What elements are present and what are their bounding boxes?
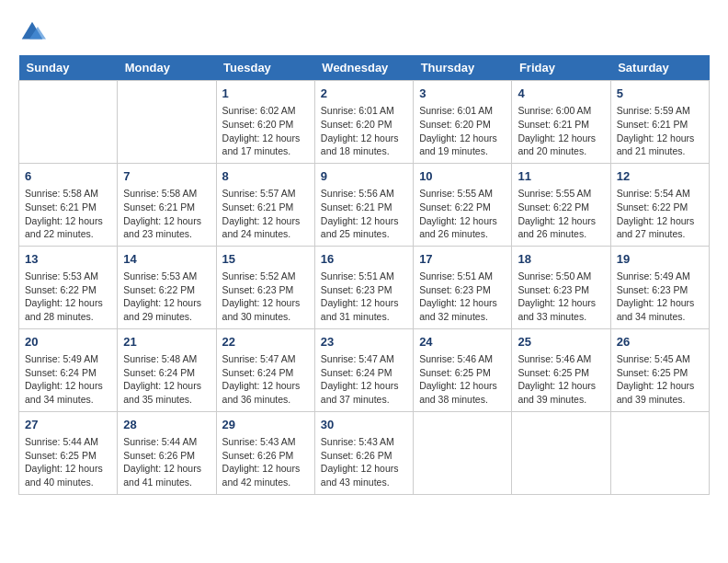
date-number: 23: [321, 334, 407, 350]
date-number: 14: [123, 251, 210, 268]
daylight-text: Daylight: 12 hours and 26 minutes.: [419, 214, 506, 241]
calendar-cell: 28Sunrise: 5:44 AMSunset: 6:26 PMDayligh…: [118, 411, 216, 494]
calendar-cell: 17Sunrise: 5:51 AMSunset: 6:23 PMDayligh…: [414, 246, 512, 328]
sunrise-text: Sunrise: 6:00 AM: [518, 104, 604, 118]
date-number: 27: [25, 417, 111, 433]
sunset-text: Sunset: 6:26 PM: [123, 449, 210, 463]
daylight-text: Daylight: 12 hours and 33 minutes.: [518, 296, 604, 323]
week-row-2: 6Sunrise: 5:58 AMSunset: 6:21 PMDaylight…: [19, 163, 710, 246]
sunrise-text: Sunrise: 5:43 AM: [222, 435, 309, 449]
date-number: 17: [419, 251, 506, 268]
daylight-text: Daylight: 12 hours and 17 minutes.: [222, 132, 309, 158]
calendar-cell: 9Sunrise: 5:56 AMSunset: 6:21 PMDaylight…: [314, 163, 413, 246]
sunrise-text: Sunrise: 5:48 AM: [123, 352, 210, 366]
sunrise-text: Sunrise: 5:47 AM: [222, 352, 309, 366]
days-header-row: SundayMondayTuesdayWednesdayThursdayFrid…: [19, 55, 710, 81]
sunrise-text: Sunrise: 6:02 AM: [222, 104, 309, 118]
date-number: 11: [518, 168, 604, 185]
date-number: 28: [123, 417, 210, 433]
calendar-cell: 6Sunrise: 5:58 AMSunset: 6:21 PMDaylight…: [19, 163, 118, 246]
daylight-text: Daylight: 12 hours and 34 minutes.: [25, 379, 111, 406]
calendar-cell: 8Sunrise: 5:57 AMSunset: 6:21 PMDaylight…: [216, 163, 314, 246]
sunrise-text: Sunrise: 5:53 AM: [123, 270, 210, 283]
daylight-text: Daylight: 12 hours and 37 minutes.: [321, 379, 407, 406]
calendar-cell: 22Sunrise: 5:47 AMSunset: 6:24 PMDayligh…: [216, 328, 314, 411]
sunset-text: Sunset: 6:23 PM: [419, 283, 506, 297]
logo-icon: [18, 18, 46, 46]
week-row-4: 20Sunrise: 5:49 AMSunset: 6:24 PMDayligh…: [19, 328, 710, 411]
date-number: 8: [222, 168, 309, 185]
sunrise-text: Sunrise: 6:01 AM: [321, 104, 407, 118]
sunset-text: Sunset: 6:25 PM: [617, 366, 703, 380]
sunset-text: Sunset: 6:21 PM: [518, 118, 604, 132]
calendar-cell: 4Sunrise: 6:00 AMSunset: 6:21 PMDaylight…: [512, 81, 610, 164]
date-number: 22: [222, 334, 309, 350]
date-number: 24: [419, 334, 506, 350]
calendar-cell: 2Sunrise: 6:01 AMSunset: 6:20 PMDaylight…: [314, 81, 413, 164]
calendar-cell: 16Sunrise: 5:51 AMSunset: 6:23 PMDayligh…: [314, 246, 413, 328]
calendar-cell: 29Sunrise: 5:43 AMSunset: 6:26 PMDayligh…: [216, 411, 314, 494]
page-header: [18, 18, 710, 46]
daylight-text: Daylight: 12 hours and 24 minutes.: [222, 214, 309, 241]
daylight-text: Daylight: 12 hours and 31 minutes.: [321, 296, 407, 323]
daylight-text: Daylight: 12 hours and 38 minutes.: [419, 379, 506, 406]
week-row-1: 1Sunrise: 6:02 AMSunset: 6:20 PMDaylight…: [19, 81, 710, 164]
calendar-cell: [118, 81, 216, 164]
date-number: 20: [25, 334, 111, 350]
daylight-text: Daylight: 12 hours and 41 minutes.: [123, 462, 210, 488]
calendar-cell: [512, 411, 610, 494]
sunset-text: Sunset: 6:26 PM: [222, 449, 309, 463]
date-number: 19: [617, 251, 703, 268]
calendar-cell: 23Sunrise: 5:47 AMSunset: 6:24 PMDayligh…: [314, 328, 413, 411]
sunset-text: Sunset: 6:24 PM: [25, 366, 111, 380]
calendar-cell: 26Sunrise: 5:45 AMSunset: 6:25 PMDayligh…: [610, 328, 709, 411]
calendar-table: SundayMondayTuesdayWednesdayThursdayFrid…: [18, 55, 710, 495]
sunrise-text: Sunrise: 5:51 AM: [321, 270, 407, 283]
day-header-monday: Monday: [118, 55, 216, 81]
sunrise-text: Sunrise: 5:59 AM: [617, 104, 703, 118]
sunrise-text: Sunrise: 5:49 AM: [25, 352, 111, 366]
sunset-text: Sunset: 6:21 PM: [617, 118, 703, 132]
date-number: 26: [617, 334, 703, 350]
daylight-text: Daylight: 12 hours and 27 minutes.: [617, 214, 703, 241]
daylight-text: Daylight: 12 hours and 25 minutes.: [321, 214, 407, 241]
day-header-saturday: Saturday: [610, 55, 709, 81]
calendar-cell: 18Sunrise: 5:50 AMSunset: 6:23 PMDayligh…: [512, 246, 610, 328]
sunrise-text: Sunrise: 5:46 AM: [419, 352, 506, 366]
calendar-cell: [610, 411, 709, 494]
sunset-text: Sunset: 6:23 PM: [321, 283, 407, 297]
sunset-text: Sunset: 6:24 PM: [222, 366, 309, 380]
daylight-text: Daylight: 12 hours and 28 minutes.: [25, 296, 111, 323]
week-row-5: 27Sunrise: 5:44 AMSunset: 6:25 PMDayligh…: [19, 411, 710, 494]
date-number: 3: [419, 86, 506, 102]
date-number: 9: [321, 168, 407, 185]
date-number: 16: [321, 251, 407, 268]
day-header-wednesday: Wednesday: [314, 55, 413, 81]
date-number: 25: [518, 334, 604, 350]
daylight-text: Daylight: 12 hours and 19 minutes.: [419, 132, 506, 158]
calendar-cell: 14Sunrise: 5:53 AMSunset: 6:22 PMDayligh…: [118, 246, 216, 328]
calendar-cell: 21Sunrise: 5:48 AMSunset: 6:24 PMDayligh…: [118, 328, 216, 411]
date-number: 15: [222, 251, 309, 268]
day-header-thursday: Thursday: [414, 55, 512, 81]
sunset-text: Sunset: 6:24 PM: [123, 366, 210, 380]
daylight-text: Daylight: 12 hours and 32 minutes.: [419, 296, 506, 323]
calendar-cell: 24Sunrise: 5:46 AMSunset: 6:25 PMDayligh…: [414, 328, 512, 411]
sunrise-text: Sunrise: 5:45 AM: [617, 352, 703, 366]
date-number: 1: [222, 86, 309, 102]
sunset-text: Sunset: 6:21 PM: [25, 201, 111, 214]
sunset-text: Sunset: 6:21 PM: [321, 201, 407, 214]
date-number: 12: [617, 168, 703, 185]
sunrise-text: Sunrise: 5:47 AM: [321, 352, 407, 366]
daylight-text: Daylight: 12 hours and 29 minutes.: [123, 296, 210, 323]
sunrise-text: Sunrise: 5:46 AM: [518, 352, 604, 366]
sunrise-text: Sunrise: 5:44 AM: [25, 435, 111, 449]
daylight-text: Daylight: 12 hours and 36 minutes.: [222, 379, 309, 406]
calendar-cell: 15Sunrise: 5:52 AMSunset: 6:23 PMDayligh…: [216, 246, 314, 328]
calendar-cell: 13Sunrise: 5:53 AMSunset: 6:22 PMDayligh…: [19, 246, 118, 328]
sunset-text: Sunset: 6:21 PM: [222, 201, 309, 214]
calendar-cell: 19Sunrise: 5:49 AMSunset: 6:23 PMDayligh…: [610, 246, 709, 328]
sunset-text: Sunset: 6:25 PM: [518, 366, 604, 380]
sunrise-text: Sunrise: 5:55 AM: [419, 187, 506, 201]
sunrise-text: Sunrise: 5:44 AM: [123, 435, 210, 449]
